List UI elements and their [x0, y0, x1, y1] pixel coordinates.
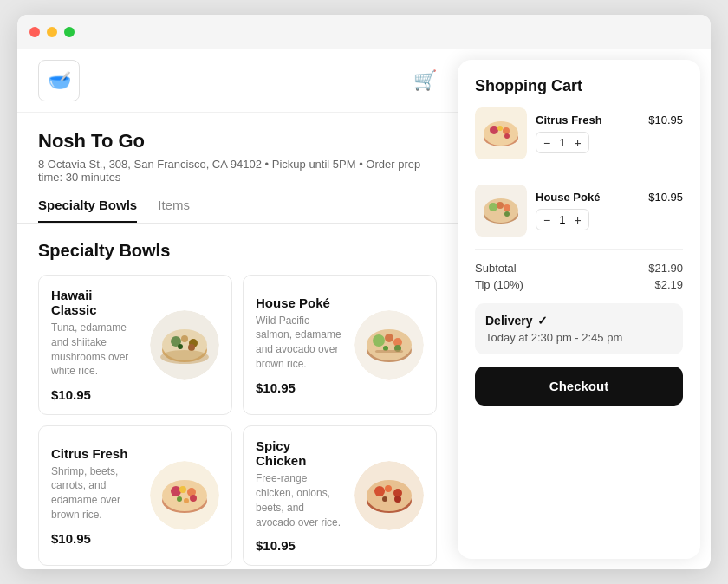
tab-specialty-bowls[interactable]: Specialty Bowls — [38, 198, 137, 223]
qty-control-1: − 1 + — [536, 209, 589, 230]
close-dot[interactable] — [29, 27, 40, 37]
card-desc-poke: Wild Pacific salmon, edamame and avocado… — [256, 314, 344, 372]
svg-point-8 — [160, 350, 209, 364]
delivery-check: ✓ — [537, 314, 548, 328]
tab-items[interactable]: Items — [158, 198, 190, 223]
svg-point-46 — [504, 204, 510, 211]
subtotal-label: Subtotal — [475, 262, 517, 275]
svg-point-29 — [367, 480, 412, 511]
cart-title: Shopping Cart — [475, 77, 683, 95]
card-price-hawaii: $10.95 — [51, 387, 140, 402]
svg-point-48 — [504, 211, 510, 217]
cart-item-details-1: House Poké $10.95 − 1 + — [536, 191, 683, 230]
svg-point-5 — [181, 335, 188, 342]
card-price-spicy: $10.95 — [256, 538, 344, 553]
subtotal-value: $21.90 — [648, 262, 683, 275]
cart-item-header-0: Citrus Fresh $10.95 — [536, 114, 683, 127]
cart-panel: Shopping Cart Citrus F — [458, 60, 700, 559]
app-window: 🥣 🛒 Nosh To Go 8 Octavia St., 308, San F… — [17, 15, 711, 569]
card-title-citrus: Citrus Fresh — [51, 446, 140, 461]
svg-point-38 — [490, 126, 498, 134]
main-panel: 🥣 🛒 Nosh To Go 8 Octavia St., 308, San F… — [17, 49, 458, 569]
menu-card-citrus-fresh[interactable]: Citrus Fresh Shrimp, beets, carrots, and… — [38, 425, 232, 566]
restaurant-meta: 8 Octavia St., 308, San Francisco, CA 94… — [38, 158, 437, 184]
cart-item-name-0: Citrus Fresh — [536, 114, 602, 127]
subtotal-row: Subtotal $21.90 — [475, 262, 683, 275]
qty-decrease-1[interactable]: − — [543, 214, 550, 226]
svg-point-32 — [385, 485, 392, 492]
svg-point-37 — [484, 121, 518, 146]
card-image-spicy — [354, 461, 424, 530]
logo-box: 🥣 — [38, 60, 80, 101]
qty-value-0: 1 — [559, 136, 565, 149]
minimize-dot[interactable] — [47, 27, 57, 37]
svg-point-14 — [385, 334, 393, 342]
cart-item-details-0: Citrus Fresh $10.95 − 1 + — [536, 114, 683, 153]
card-image-hawaii — [150, 310, 219, 380]
svg-point-26 — [184, 498, 189, 503]
tip-row: Tip (10%) $2.19 — [475, 278, 683, 291]
svg-point-30 — [374, 486, 385, 496]
card-desc-hawaii: Tuna, edamame and shiitake mushrooms ove… — [51, 321, 140, 379]
svg-point-24 — [177, 496, 182, 502]
svg-point-45 — [489, 203, 497, 211]
section-title: Specialty Bowls — [38, 241, 437, 261]
cart-item-img-1 — [475, 185, 527, 237]
card-price-poke: $10.95 — [256, 380, 344, 395]
cart-item-img-0 — [475, 107, 527, 159]
cart-item-header-1: House Poké $10.95 — [536, 191, 683, 204]
delivery-time: Today at 2:30 pm - 2:45 pm — [485, 331, 673, 344]
qty-control-0: − 1 + — [536, 132, 589, 153]
card-info-spicy: Spicy Chicken Free-range chicken, onions… — [256, 438, 344, 553]
card-desc-spicy: Free-range chicken, onions, beets, and a… — [256, 471, 344, 529]
menu-card-house-poke[interactable]: House Poké Wild Pacific salmon, edamame … — [243, 275, 437, 415]
cards-grid: Hawaii Classic Tuna, edamame and shiitak… — [38, 275, 437, 566]
card-title-poke: House Poké — [256, 295, 344, 310]
site-header: 🥣 🛒 — [17, 49, 458, 113]
qty-increase-1[interactable]: + — [574, 214, 581, 226]
delivery-label: Delivery — [485, 314, 532, 328]
cart-item-name-1: House Poké — [536, 191, 600, 204]
card-info-hawaii: Hawaii Classic Tuna, edamame and shiitak… — [51, 288, 140, 402]
card-image-poke — [354, 310, 424, 380]
card-title-spicy: Spicy Chicken — [256, 438, 344, 468]
menu-card-hawaii-classic[interactable]: Hawaii Classic Tuna, edamame and shiitak… — [38, 275, 232, 415]
delivery-title: Delivery ✓ — [485, 314, 673, 328]
card-price-citrus: $10.95 — [51, 531, 140, 546]
qty-value-1: 1 — [559, 213, 565, 226]
tip-label: Tip (10%) — [475, 278, 523, 291]
svg-point-12 — [373, 334, 385, 347]
cart-button[interactable]: 🛒 — [413, 69, 437, 92]
card-info-poke: House Poké Wild Pacific salmon, edamame … — [256, 295, 344, 395]
svg-point-6 — [178, 344, 183, 349]
cart-item-price-1: $10.95 — [648, 191, 683, 204]
qty-decrease-0[interactable]: − — [543, 137, 550, 149]
svg-rect-17 — [375, 350, 403, 353]
tip-value: $2.19 — [654, 278, 683, 291]
svg-point-40 — [497, 126, 503, 131]
delivery-section: Delivery ✓ Today at 2:30 pm - 2:45 pm — [475, 303, 683, 354]
menu-card-spicy-chicken[interactable]: Spicy Chicken Free-range chicken, onions… — [243, 425, 437, 566]
svg-point-41 — [504, 133, 510, 139]
svg-point-21 — [171, 486, 181, 496]
logo-icon: 🥣 — [48, 69, 71, 92]
svg-point-23 — [179, 486, 186, 493]
card-image-citrus — [150, 461, 219, 530]
content-area: 🥣 🛒 Nosh To Go 8 Octavia St., 308, San F… — [17, 49, 711, 569]
svg-point-25 — [190, 495, 197, 502]
svg-point-47 — [497, 202, 504, 209]
svg-point-20 — [162, 480, 207, 511]
restaurant-info: Nosh To Go 8 Octavia St., 308, San Franc… — [17, 113, 458, 184]
titlebar — [17, 15, 711, 49]
maximize-dot[interactable] — [64, 27, 75, 37]
checkout-button[interactable]: Checkout — [475, 367, 683, 406]
menu-section: Specialty Bowls Hawaii Classic Tuna, eda… — [17, 224, 458, 569]
card-title-hawaii: Hawaii Classic — [51, 288, 140, 317]
svg-point-7 — [188, 344, 195, 351]
svg-point-39 — [503, 127, 510, 134]
nav-tabs: Specialty Bowls Items — [17, 184, 458, 224]
card-desc-citrus: Shrimp, beets, carrots, and edamame over… — [51, 464, 140, 522]
qty-increase-0[interactable]: + — [574, 137, 581, 149]
cart-totals: Subtotal $21.90 Tip (10%) $2.19 — [475, 262, 683, 291]
svg-point-33 — [382, 496, 387, 502]
